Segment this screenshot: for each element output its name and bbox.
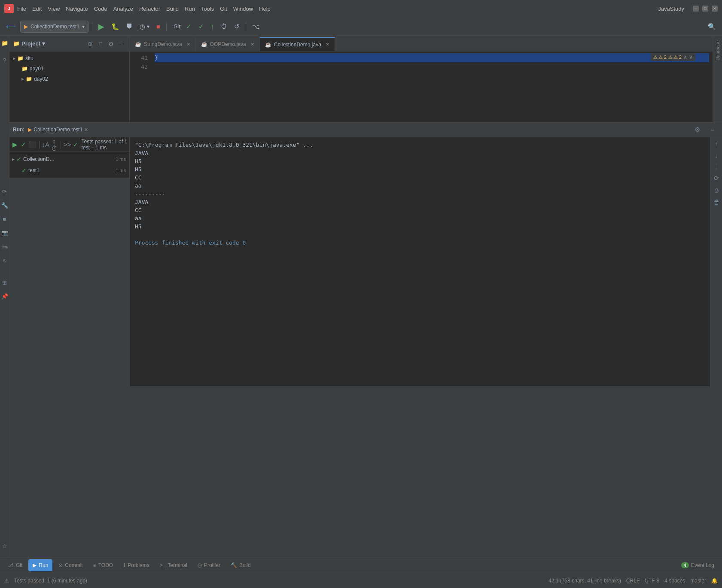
warnings-nav-up[interactable]: ∧: [683, 54, 687, 60]
soft-wrap-button[interactable]: ⟳: [712, 173, 721, 183]
tab-problems[interactable]: ℹ Problems: [119, 559, 154, 571]
menu-run[interactable]: Run: [185, 6, 195, 12]
menu-window[interactable]: Window: [233, 6, 253, 12]
git-revert-button[interactable]: ↺: [232, 21, 242, 33]
console-line-5: CC: [135, 174, 142, 181]
branches-button[interactable]: ⌥: [250, 21, 262, 33]
sort-duration-button[interactable]: ↕⏱: [50, 139, 58, 151]
menu-tools[interactable]: Tools: [201, 6, 214, 12]
tab-event-log[interactable]: 4 Event Log: [677, 559, 719, 571]
close-button[interactable]: ✕: [712, 6, 718, 12]
line-ending[interactable]: CRLF: [626, 578, 640, 584]
test-suite-item[interactable]: ▸ ✓ CollectionD… 1 ms: [9, 154, 129, 165]
tab-commit[interactable]: ⊙ Commit: [54, 559, 87, 571]
tab-build[interactable]: 🔨 Build: [226, 559, 255, 571]
run-right-panel: ↑ ↓ ⟳ ⎙ 🗑: [710, 137, 722, 386]
back-button[interactable]: ⟵: [3, 21, 18, 33]
run-button[interactable]: ▶: [96, 21, 107, 33]
menu-git[interactable]: Git: [220, 6, 227, 12]
commit-tab-icon: ⊙: [58, 562, 63, 568]
encoding[interactable]: UTF-8: [645, 578, 659, 584]
line-number-41: 41: [133, 53, 148, 62]
tab-run[interactable]: ▶ Run: [28, 559, 52, 571]
separator3: [246, 22, 246, 31]
project-settings-button[interactable]: ⚙: [106, 39, 116, 48]
java-icon: ☕: [135, 41, 141, 47]
tab-close-oopdemo[interactable]: ✕: [250, 42, 254, 47]
run-hide-button[interactable]: −: [707, 124, 719, 136]
collapse-all-button[interactable]: ≡: [96, 39, 105, 48]
search-icon: 🔍: [708, 23, 716, 30]
menu-help[interactable]: Help: [259, 6, 271, 12]
build-tab-label: Build: [239, 562, 251, 568]
git-commit-button[interactable]: ✓: [196, 21, 207, 33]
git-push-button[interactable]: ↑: [208, 21, 217, 33]
search-button[interactable]: 🔍: [705, 21, 719, 33]
line-number-42: 42: [133, 62, 148, 71]
tab-collectiondemo[interactable]: ☕ CollectionDemo.java ✕: [260, 37, 335, 51]
menu-navigate[interactable]: Navigate: [66, 6, 88, 12]
console-line-1: "C:\Program Files\Java\jdk1.8.0_321\bin\…: [135, 142, 313, 148]
profile-button[interactable]: ◷ ▾: [137, 21, 152, 33]
scroll-up-button[interactable]: ↑: [712, 139, 721, 149]
menu-edit[interactable]: Edit: [32, 6, 42, 12]
git-branch[interactable]: master: [690, 578, 706, 584]
code-area[interactable]: }: [151, 52, 713, 122]
indent-setting[interactable]: 4 spaces: [664, 578, 685, 584]
stop-run-button[interactable]: ⬛: [28, 139, 37, 151]
run-tab[interactable]: ▶ CollectionDemo.test1 ✕: [28, 127, 88, 133]
tab-git[interactable]: ⎇ Git: [3, 559, 27, 571]
warning-badge-1[interactable]: ⚠ ⚠ 2: [653, 55, 667, 60]
tree-item-situ[interactable]: ▸ 📁 situ: [9, 53, 129, 64]
project-panel: 📁 Project ▾ ⊕ ≡ ⚙ − ▸ 📁 situ: [9, 36, 130, 122]
expand-tests-button[interactable]: >>: [64, 139, 71, 151]
git-update-button[interactable]: ✓: [183, 21, 194, 33]
menu-code[interactable]: Code: [94, 6, 107, 12]
project-toolbar-icons: ⊕ ≡ ⚙ −: [85, 39, 126, 48]
warnings-nav-down[interactable]: ∨: [689, 54, 693, 60]
tab-close-stringdemo[interactable]: ✕: [186, 42, 190, 47]
test-case-item[interactable]: ✓ test1 1 ms: [9, 165, 129, 176]
tree-item-day01[interactable]: 📁 day01: [9, 64, 129, 74]
tab-stringdemo[interactable]: ☕ StringDemo.java ✕: [130, 37, 196, 51]
run-config-selector[interactable]: ▶ CollectionDemo.test1 ▾: [20, 21, 88, 33]
menu-analyze[interactable]: Analyze: [113, 6, 133, 12]
tab-terminal[interactable]: >_ Terminal: [155, 559, 192, 571]
run-tab-close[interactable]: ✕: [84, 127, 88, 133]
rerun-failed-button[interactable]: ✓: [20, 139, 27, 151]
back-icon: ⟵: [6, 22, 16, 30]
tab-profiler[interactable]: ◷ Profiler: [193, 559, 225, 571]
rerun-button[interactable]: ▶: [11, 139, 19, 151]
menu-refactor[interactable]: Refactor: [139, 6, 160, 12]
code-line-42: [155, 64, 158, 70]
tree-item-day02[interactable]: ▸ 📁 day02: [9, 74, 129, 84]
print-button[interactable]: ⎙: [712, 185, 721, 195]
git-history-button[interactable]: ⏱: [218, 21, 230, 33]
cursor-position[interactable]: 42:1 (758 chars, 41 line breaks): [548, 578, 621, 584]
database-label[interactable]: Database: [715, 38, 720, 63]
toolbar: ⟵ ▶ CollectionDemo.test1 ▾ ▶ 🐛 ⛊ ◷ ▾ ■ G…: [0, 17, 722, 36]
debug-button[interactable]: 🐛: [109, 21, 122, 33]
run-settings-button[interactable]: ⚙: [691, 124, 703, 136]
console-output[interactable]: "C:\Program Files\Java\jdk1.8.0_321\bin\…: [130, 137, 710, 386]
scroll-down-button[interactable]: ↓: [712, 151, 721, 161]
project-title-button[interactable]: 📁 Project ▾: [13, 40, 45, 47]
tab-close-collectiondemo[interactable]: ✕: [326, 42, 329, 47]
sort-alpha-button[interactable]: ↕A: [42, 139, 49, 151]
minimize-button[interactable]: ─: [693, 6, 699, 12]
menu-build[interactable]: Build: [166, 6, 179, 12]
hide-panel-button[interactable]: −: [116, 39, 126, 48]
stop-button[interactable]: ■: [154, 21, 163, 33]
menu-view[interactable]: View: [48, 6, 60, 12]
menu-file[interactable]: File: [17, 6, 26, 12]
maximize-button[interactable]: □: [702, 6, 708, 12]
warning-badge-2[interactable]: ⚠ ⚠ 2: [668, 55, 682, 60]
tab-oopdemo[interactable]: ☕ OOPDemo.java ✕: [196, 37, 260, 51]
project-title: Project: [21, 40, 40, 47]
coverage-button[interactable]: ⛊: [124, 21, 135, 33]
tab-todo[interactable]: ≡ TODO: [89, 559, 117, 571]
git-commit-icon: ✓: [198, 23, 204, 30]
run-tab-label: CollectionDemo.test1: [34, 127, 82, 133]
clear-button[interactable]: 🗑: [712, 197, 721, 207]
locate-file-button[interactable]: ⊕: [85, 39, 95, 48]
